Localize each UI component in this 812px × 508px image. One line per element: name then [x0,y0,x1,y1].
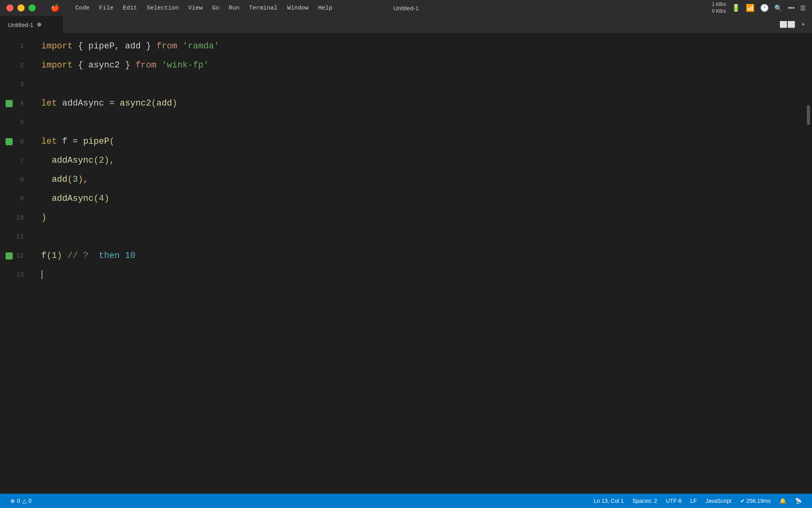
more-icon: ••• [788,4,795,12]
code-content-7: addAsync(2), [32,151,805,170]
code-content-12: f(1) // ? then 10 [32,246,805,266]
tab-actions: ⬜⬜ • [779,16,812,33]
code-content-9: addAsync(4) [32,189,805,208]
code-line-3: 3 [0,75,805,94]
editor-main[interactable]: 1 import { pipeP, add } from 'ramda' 2 i… [0,34,805,494]
spaces-indicator[interactable]: Spaces: 2 [629,494,660,508]
apple-menu[interactable]: 🍎 [47,2,63,14]
status-bar: ⊗ 0 △ 0 Ln 13, Col 1 Spaces: 2 UTF-8 LF … [0,494,812,508]
menu-bar: 🍎 Code File Edit Selection View Go Run T… [0,0,812,16]
code-line-12: 12 f(1) // ? then 10 [0,246,805,266]
code-line-5: 5 [0,113,805,132]
code-lines: 1 import { pipeP, add } from 'ramda' 2 i… [0,37,805,285]
wifi-icon: 📶 [746,4,755,12]
line-number-3: 3 [0,81,32,88]
code-content-8: add(3), [32,170,805,189]
breakpoint-4[interactable] [6,100,13,107]
tab-bar: Untitled-1 ⬜⬜ • [0,16,812,34]
warning-icon: △ [22,498,27,504]
editor-tab[interactable]: Untitled-1 [0,16,63,33]
code-line-10: 10 ) [0,208,805,227]
menu-run[interactable]: Run [225,3,243,13]
code-line-1: 1 import { pipeP, add } from 'ramda' [0,37,805,56]
code-line-13: 13 [0,266,805,285]
more-actions-icon[interactable]: • [801,20,806,29]
language-indicator[interactable]: JavaScript [702,494,734,508]
scrollbar-thumb[interactable] [807,105,810,125]
code-content-1: import { pipeP, add } from 'ramda' [32,37,805,56]
line-number-4: 4 [0,100,32,107]
menu-window[interactable]: Window [283,3,312,13]
kb-stat: 1 KB/s 0 KB/s [712,1,726,15]
close-button[interactable] [6,4,13,12]
menu-edit[interactable]: Edit [119,3,141,13]
code-content-6: let f = pipeP( [32,132,805,151]
feedback-icon[interactable]: 🔔 [776,494,789,508]
traffic-lights [6,4,36,12]
battery-icon: 🔋 [732,4,740,12]
menu-go[interactable]: Go [208,3,223,13]
line-number-1: 1 [0,43,32,50]
line-number-12: 12 [0,252,32,260]
window-title: Untitled-1 [393,5,419,12]
list-icon: ☰ [800,4,806,12]
editor-area: 1 import { pipeP, add } from 'ramda' 2 i… [0,34,812,494]
code-line-6: 6 let f = pipeP( [0,132,805,151]
code-line-2: 2 import { async2 } from 'wink-fp' [0,56,805,75]
menu-terminal[interactable]: Terminal [245,3,282,13]
menu-file[interactable]: File [95,3,117,13]
line-number-13: 13 [0,271,32,279]
code-line-9: 9 addAsync(4) [0,189,805,208]
warning-number: 0 [29,498,32,504]
menu-selection[interactable]: Selection [143,3,183,13]
code-line-4: 4 let addAsync = async2(add) [0,94,805,113]
line-number-2: 2 [0,62,32,69]
error-count[interactable]: ⊗ 0 △ 0 [7,494,35,508]
broadcast-icon[interactable]: 📡 [792,494,805,508]
timing-indicator[interactable]: ✔ 256.19ms [737,494,774,508]
code-line-7: 7 addAsync(2), [0,151,805,170]
minimize-button[interactable] [17,4,25,12]
tab-modified-indicator [37,23,41,27]
line-number-10: 10 [0,214,32,221]
code-line-11: 11 [0,227,805,246]
code-content-2: import { async2 } from 'wink-fp' [32,56,805,75]
tab-label: Untitled-1 [8,21,33,28]
line-number-8: 8 [0,176,32,183]
clock-icon: 🕐 [760,4,769,12]
encoding-indicator[interactable]: UTF-8 [663,494,685,508]
spotlight-icon: 🔍 [774,4,782,12]
error-number: 0 [17,498,20,504]
breakpoint-12[interactable] [6,252,13,260]
menu-view[interactable]: View [184,3,207,13]
scrollbar[interactable] [805,34,812,494]
code-content-10: ) [32,208,805,227]
menu-items: Code File Edit Selection View Go Run Ter… [71,3,336,13]
maximize-button[interactable] [29,4,36,12]
breakpoint-6[interactable] [6,138,13,145]
split-editor-icon[interactable]: ⬜⬜ [779,21,795,29]
error-icon: ⊗ [10,498,15,504]
line-number-11: 11 [0,233,32,241]
code-content-4: let addAsync = async2(add) [32,94,805,113]
menu-code[interactable]: Code [71,3,94,13]
menu-right-icons: 1 KB/s 0 KB/s 🔋 📶 🕐 🔍 ••• ☰ [712,1,806,15]
line-number-7: 7 [0,157,32,164]
code-line-8: 8 add(3), [0,170,805,189]
eol-indicator[interactable]: LF [687,494,700,508]
line-number-5: 5 [0,119,32,126]
menu-help[interactable]: Help [314,3,336,13]
cursor-position[interactable]: Ln 13, Col 1 [590,494,627,508]
code-content-13 [32,266,805,285]
line-number-6: 6 [0,138,32,145]
line-number-9: 9 [0,195,32,202]
